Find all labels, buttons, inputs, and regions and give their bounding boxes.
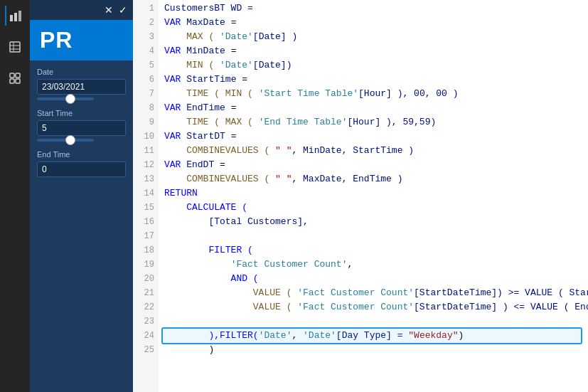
- code-line: VAR StartTime =: [164, 73, 588, 87]
- code-token: [Hour] ), 00, 00 ): [358, 87, 458, 101]
- code-token: COMBINEVALUES (: [164, 172, 275, 186]
- line-number: 8: [133, 101, 154, 115]
- code-token: 'Start Time Table': [259, 87, 358, 101]
- line-number: 12: [133, 158, 154, 172]
- code-token: StartTime: [186, 73, 236, 87]
- confirm-button[interactable]: ✓: [119, 4, 127, 16]
- code-token: [Total Customers],: [164, 215, 309, 229]
- code-token: VAR: [164, 73, 186, 87]
- code-line: 'Fact Customer Count',: [164, 258, 588, 272]
- code-token: 'Date': [259, 329, 292, 343]
- line-number: 10: [133, 129, 154, 144]
- code-token: EndDT: [186, 158, 214, 172]
- code-token: 'Fact Customer Count': [297, 300, 414, 314]
- svg-rect-3: [10, 42, 20, 52]
- line-number: 7: [133, 87, 154, 101]
- code-line: CustomersBT WD =: [164, 1, 588, 16]
- line-number: 22: [133, 300, 154, 314]
- svg-rect-7: [10, 73, 14, 78]
- code-token: 'End Time Table': [259, 115, 348, 129]
- svg-rect-10: [16, 79, 20, 83]
- end-time-value[interactable]: 0: [37, 161, 126, 177]
- code-line: VAR MaxDate =: [164, 16, 588, 30]
- start-time-field-group: Start Time 5: [37, 109, 126, 142]
- code-token: "Weekday": [408, 329, 458, 343]
- code-token: TIME ( MAX (: [164, 115, 259, 129]
- date-slider[interactable]: [37, 97, 94, 100]
- code-token: COMBINEVALUES (: [164, 144, 275, 158]
- date-field-group: Date 23/03/2021: [37, 68, 126, 100]
- start-time-value[interactable]: 5: [37, 120, 126, 136]
- code-token: , MinDate, StartTime ): [292, 144, 414, 158]
- end-time-label: End Time: [37, 150, 126, 159]
- code-token: ): [459, 329, 464, 343]
- code-line: VAR MinDate =: [164, 44, 588, 58]
- code-line: TIME ( MAX ( 'End Time Table'[Hour] ), 5…: [164, 115, 588, 129]
- line-number: 20: [133, 272, 154, 286]
- code-container: 1234567891011121314151617181920212223242…: [133, 0, 588, 392]
- close-button[interactable]: ✕: [105, 4, 113, 16]
- code-token: =: [214, 158, 225, 172]
- code-token: MaxDate: [186, 16, 225, 30]
- code-line: CALCULATE (: [164, 201, 588, 215]
- code-token: [Date] ): [253, 30, 297, 44]
- code-token: [StartDateTime] ) <= VALUE ( EndDT ): [414, 300, 588, 314]
- line-number: 6: [133, 73, 154, 87]
- line-number: 23: [133, 314, 154, 329]
- code-token: =: [225, 101, 237, 115]
- code-line: COMBINEVALUES ( " ", MaxDate, EndTime ): [164, 172, 588, 186]
- svg-rect-8: [16, 73, 20, 78]
- date-value[interactable]: 23/03/2021: [37, 79, 126, 95]
- line-number: 17: [133, 229, 154, 243]
- code-token: , MaxDate, EndTime ): [292, 172, 402, 186]
- editor-area: 1234567891011121314151617181920212223242…: [133, 0, 588, 392]
- code-token: MIN (: [164, 58, 220, 73]
- panel-logo: PR: [30, 20, 133, 60]
- code-token: VAR: [164, 129, 186, 144]
- code-line: VAR EndTime =: [164, 101, 588, 115]
- code-line: VAR EndDT =: [164, 158, 588, 172]
- start-time-label: Start Time: [37, 109, 126, 117]
- start-time-slider-thumb[interactable]: [65, 135, 75, 145]
- code-token: VAR: [164, 158, 186, 172]
- code-token: ,: [292, 329, 303, 343]
- line-numbers: 1234567891011121314151617181920212223242…: [133, 0, 159, 392]
- line-number: 9: [133, 115, 154, 129]
- code-line: TIME ( MIN ( 'Start Time Table'[Hour] ),…: [164, 87, 588, 101]
- svg-rect-1: [14, 13, 17, 21]
- svg-rect-0: [10, 15, 13, 21]
- code-line: [164, 314, 588, 329]
- code-line: ): [164, 343, 588, 357]
- line-number: 3: [133, 30, 154, 44]
- svg-rect-2: [18, 11, 21, 21]
- sidebar-icon-table[interactable]: [5, 37, 25, 57]
- panel-left: ✕ ✓ PR Date 23/03/2021 Start Time 5: [30, 0, 133, 392]
- code-token: TIME ( MIN (: [164, 87, 259, 101]
- line-number: 11: [133, 144, 154, 158]
- code-lines[interactable]: CustomersBT WD = VAR MaxDate = MAX ( 'Da…: [159, 0, 588, 392]
- code-token: StartDT: [186, 129, 225, 144]
- code-token: ),FILTER(: [164, 329, 259, 343]
- line-number: 13: [133, 172, 154, 186]
- code-line: MAX ( 'Date'[Date] ): [164, 30, 588, 44]
- sidebar-icon-schema[interactable]: [5, 68, 25, 88]
- code-token: VALUE (: [164, 286, 297, 300]
- date-slider-thumb[interactable]: [65, 94, 75, 104]
- code-token: MAX (: [164, 30, 220, 44]
- code-token: VALUE (: [164, 300, 297, 314]
- line-number: 18: [133, 243, 154, 258]
- line-number: 4: [133, 44, 154, 58]
- start-time-slider[interactable]: [37, 139, 94, 142]
- code-line: VAR StartDT =: [164, 129, 588, 144]
- sidebar-icon-chart[interactable]: [5, 6, 25, 26]
- code-line: COMBINEVALUES ( " ", MinDate, StartTime …: [164, 144, 588, 158]
- code-line: FILTER (: [164, 243, 588, 258]
- code-token: CALCULATE (: [164, 201, 247, 215]
- code-line: AND (: [164, 272, 588, 286]
- line-number: 25: [133, 343, 154, 357]
- code-token: " ": [275, 144, 292, 158]
- code-token: VAR: [164, 44, 186, 58]
- code-token: =: [225, 129, 237, 144]
- date-label: Date: [37, 68, 126, 76]
- line-number: 19: [133, 258, 154, 272]
